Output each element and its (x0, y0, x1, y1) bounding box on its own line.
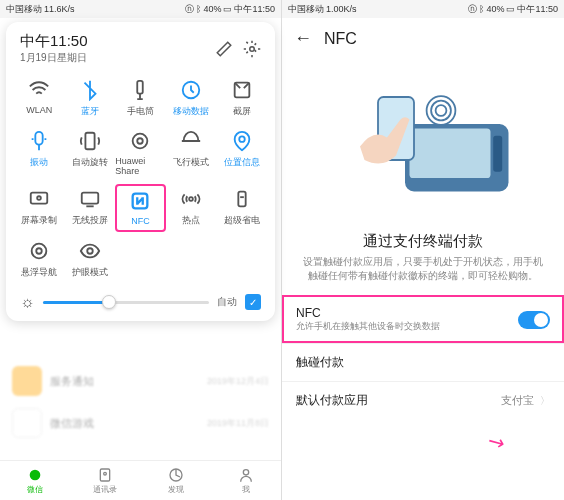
brightness-slider[interactable] (43, 301, 209, 304)
tile-位置信息[interactable]: 位置信息 (216, 126, 267, 180)
nfc-status-icon: ⓝ (185, 3, 194, 16)
carrier: 中国移动 (6, 3, 42, 16)
svg-rect-5 (85, 133, 94, 150)
tile-icon (180, 79, 202, 101)
tile-热点[interactable]: 热点 (166, 184, 217, 232)
tile-label: 手电筒 (127, 105, 154, 118)
battery-text: 40% (203, 4, 221, 14)
blurred-notification: 微信游戏2019年11月8日 (6, 402, 275, 444)
svg-rect-25 (493, 135, 502, 171)
nfc-row-title: NFC (296, 306, 440, 320)
svg-point-20 (104, 472, 107, 475)
nav-icon (168, 467, 184, 483)
brightness-row: ☼ 自动 ✓ (14, 293, 267, 311)
tile-飞行模式[interactable]: 飞行模式 (166, 126, 217, 180)
tap-pay-row[interactable]: 触碰付款 (282, 343, 564, 381)
battery-icon: ▭ (223, 4, 232, 14)
tile-icon (28, 240, 50, 262)
svg-point-18 (30, 469, 41, 480)
tile-label: 位置信息 (224, 156, 260, 169)
tile-label: 护眼模式 (72, 266, 108, 279)
nav-item-我[interactable]: 我 (211, 461, 281, 500)
bluetooth-status-icon: ᛒ (479, 4, 484, 14)
clock-text: 中午11:50 (517, 3, 558, 16)
svg-rect-4 (36, 132, 43, 145)
bottom-nav: 微信通讯录发现我 (0, 460, 281, 500)
svg-point-17 (87, 248, 93, 254)
right-phone-nfc-settings: 中国移动 1.00K/s ⓝ ᛒ 40% ▭ 中午11:50 ← NFC 通过支… (282, 0, 564, 500)
section-title: 通过支付终端付款 (282, 224, 564, 255)
tile-无线投屏[interactable]: 无线投屏 (65, 184, 116, 232)
tile-护眼模式[interactable]: 护眼模式 (65, 236, 116, 283)
tile-label: 屏幕录制 (21, 214, 57, 227)
background-notifications: 服务通知2019年12月4日微信游戏2019年11月8日 (6, 360, 275, 460)
tile-label: 振动 (30, 156, 48, 169)
nav-label: 通讯录 (93, 484, 117, 495)
tile-悬浮导航[interactable]: 悬浮导航 (14, 236, 65, 283)
nav-icon (27, 467, 43, 483)
tap-pay-title: 触碰付款 (296, 354, 344, 371)
tile-icon (129, 190, 151, 212)
quick-settings-panel: 中午11:50 1月19日星期日 WLAN蓝牙手电筒移动数据截屏振动自动旋转Hu… (6, 22, 275, 321)
carrier: 中国移动 (288, 3, 324, 16)
auto-brightness-checkbox[interactable]: ✓ (245, 294, 261, 310)
svg-rect-24 (410, 128, 491, 178)
tile-Huawei Share[interactable]: Huawei Share (115, 126, 166, 180)
tile-icon (79, 188, 101, 210)
default-app-row[interactable]: 默认付款应用 支付宝 〉 (282, 381, 564, 419)
edit-icon[interactable] (215, 40, 233, 58)
svg-point-7 (138, 138, 144, 144)
nav-icon (238, 467, 254, 483)
tile-截屏[interactable]: 截屏 (216, 75, 267, 122)
clock-text: 中午11:50 (234, 3, 275, 16)
tile-label: 移动数据 (173, 105, 209, 118)
bluetooth-status-icon: ᛒ (196, 4, 201, 14)
tile-label: 截屏 (233, 105, 251, 118)
tile-label: Huawei Share (115, 156, 166, 176)
tile-icon (129, 79, 151, 101)
tile-icon (79, 79, 101, 101)
panel-date: 1月19日星期日 (20, 51, 88, 65)
annotation-arrow-icon: ↘ (482, 427, 509, 456)
default-app-title: 默认付款应用 (296, 392, 368, 409)
tile-振动[interactable]: 振动 (14, 126, 65, 180)
tile-自动旋转[interactable]: 自动旋转 (65, 126, 116, 180)
tile-icon (180, 130, 202, 152)
nav-item-发现[interactable]: 发现 (141, 461, 211, 500)
tile-label: 无线投屏 (72, 214, 108, 227)
tile-label: 飞行模式 (173, 156, 209, 169)
nfc-toggle-row[interactable]: NFC 允许手机在接触其他设备时交换数据 (282, 295, 564, 343)
gear-icon[interactable] (243, 40, 261, 58)
tile-蓝牙[interactable]: 蓝牙 (65, 75, 116, 122)
tile-NFC[interactable]: NFC (115, 184, 166, 232)
tile-超级省电[interactable]: 超级省电 (216, 184, 267, 232)
default-app-value: 支付宝 (501, 393, 534, 408)
svg-point-15 (32, 244, 47, 259)
tile-WLAN[interactable]: WLAN (14, 75, 65, 122)
svg-rect-11 (82, 193, 99, 204)
nfc-toggle-switch[interactable] (518, 311, 550, 329)
status-bar: 中国移动 11.6K/s ⓝ ᛒ 40% ▭ 中午11:50 (0, 0, 281, 18)
tile-icon (231, 130, 253, 152)
tile-label: 自动旋转 (72, 156, 108, 169)
svg-point-0 (250, 46, 255, 51)
tiles-grid: WLAN蓝牙手电筒移动数据截屏振动自动旋转Huawei Share飞行模式位置信… (14, 75, 267, 283)
svg-point-6 (133, 134, 148, 149)
tile-icon (180, 188, 202, 210)
nfc-row-subtitle: 允许手机在接触其他设备时交换数据 (296, 320, 440, 333)
left-phone-quick-settings: 中国移动 11.6K/s ⓝ ᛒ 40% ▭ 中午11:50 中午11:50 1… (0, 0, 282, 500)
nav-item-通讯录[interactable]: 通讯录 (70, 461, 140, 500)
tile-移动数据[interactable]: 移动数据 (166, 75, 217, 122)
nav-item-微信[interactable]: 微信 (0, 461, 70, 500)
tile-label: WLAN (26, 105, 52, 115)
nav-label: 发现 (168, 484, 184, 495)
tile-icon (28, 188, 50, 210)
back-arrow-icon[interactable]: ← (294, 28, 312, 49)
panel-time: 中午11:50 (20, 32, 88, 51)
nfc-status-icon: ⓝ (468, 3, 477, 16)
tile-手电筒[interactable]: 手电筒 (115, 75, 166, 122)
tile-icon (231, 79, 253, 101)
network-speed: 11.6K/s (44, 4, 75, 14)
tile-label: 热点 (182, 214, 200, 227)
tile-屏幕录制[interactable]: 屏幕录制 (14, 184, 65, 232)
